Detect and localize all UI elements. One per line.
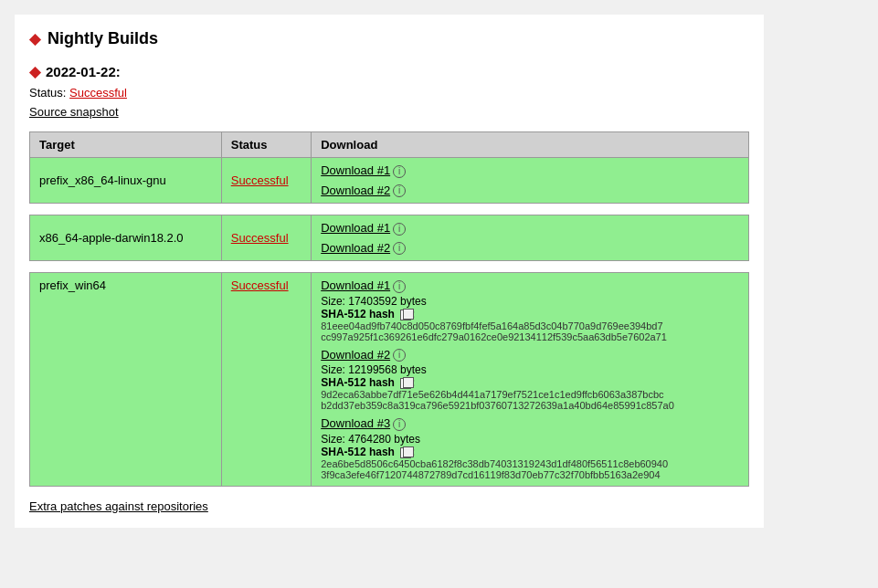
info-icon[interactable]: i <box>393 418 406 431</box>
download-item: Download #3iSize: 4764280 bytesSHA-512 h… <box>321 416 739 480</box>
cell-download: Download #1iDownload #2i <box>312 158 749 204</box>
table-header-row: Target Status Download <box>30 132 749 158</box>
col-header-download: Download <box>312 132 749 158</box>
status-label: Status: <box>29 86 66 100</box>
hash-value: 2ea6be5d8506c6450cba6182f8c38db740313192… <box>321 458 739 469</box>
hash-value: 81eee04ad9fb740c8d050c8769fbf4fef5a164a8… <box>321 320 739 331</box>
col-header-target: Target <box>30 132 222 158</box>
cell-status: Successful <box>221 215 312 261</box>
download-item: Download #2i <box>321 241 739 256</box>
status-badge[interactable]: Successful <box>231 231 289 245</box>
extra-patches-link[interactable]: Extra patches against repositories <box>29 499 208 513</box>
download-link[interactable]: Download #2 <box>321 184 390 197</box>
status-badge[interactable]: Successful <box>231 173 289 187</box>
info-icon[interactable]: i <box>393 242 406 255</box>
hash-label: SHA-512 hash : <box>321 308 739 320</box>
info-icon[interactable]: i <box>393 184 406 197</box>
download-link[interactable]: Download #1 <box>321 221 390 235</box>
hash-label: SHA-512 hash : <box>321 446 739 458</box>
title-text: Nightly Builds <box>48 29 158 48</box>
build-diamond-icon: ◆ <box>29 63 40 80</box>
download-link[interactable]: Download #2 <box>321 241 390 255</box>
table-row: x86_64-apple-darwin18.2.0SuccessfulDownl… <box>30 215 749 261</box>
col-header-status: Status <box>221 132 312 158</box>
cell-status: Successful <box>221 273 312 487</box>
copy-icon[interactable] <box>400 447 411 458</box>
download-link[interactable]: Download #1 <box>321 278 390 292</box>
size-text: Size: 17403592 bytes <box>321 295 739 308</box>
builds-table: Target Status Download prefix_x86_64-lin… <box>29 131 749 487</box>
info-icon[interactable]: i <box>393 223 406 236</box>
build-date-text: 2022-01-22: <box>46 64 121 79</box>
cell-download: Download #1iSize: 17403592 bytesSHA-512 … <box>312 273 749 487</box>
copy-icon[interactable] <box>400 310 411 320</box>
size-text: Size: 12199568 bytes <box>321 363 739 376</box>
download-link[interactable]: Download #2 <box>321 348 390 362</box>
download-link[interactable]: Download #3 <box>321 416 390 430</box>
cell-target: prefix_x86_64-linux-gnu <box>30 158 222 204</box>
info-icon[interactable]: i <box>393 165 406 178</box>
download-item: Download #1i <box>321 221 739 236</box>
download-item: Download #2iSize: 12199568 bytesSHA-512 … <box>321 348 739 412</box>
build-date: ◆ 2022-01-22: <box>29 63 749 80</box>
page-title: ◆ Nightly Builds <box>29 29 749 48</box>
cell-status: Successful <box>221 158 312 204</box>
download-link[interactable]: Download #1 <box>321 163 390 177</box>
size-text: Size: 4764280 bytes <box>321 433 739 446</box>
page-container: ◆ Nightly Builds ◆ 2022-01-22: Status: S… <box>15 15 764 528</box>
cell-target: x86_64-apple-darwin18.2.0 <box>30 215 222 261</box>
download-item: Download #1i <box>321 163 739 178</box>
diamond-icon: ◆ <box>29 30 40 47</box>
hash-value-2: 3f9ca3efe46f7120744872789d7cd16119f83d70… <box>321 469 739 480</box>
info-icon[interactable]: i <box>393 349 406 362</box>
status-badge[interactable]: Successful <box>231 278 289 292</box>
info-icon[interactable]: i <box>393 280 406 293</box>
table-row: prefix_win64SuccessfulDownload #1iSize: … <box>30 273 749 487</box>
hash-value: 9d2eca63abbe7df71e5e626b4d441a7179ef7521… <box>321 389 739 400</box>
hash-value-2: cc997a925f1c369261e6dfc279a0162ce0e92134… <box>321 331 739 342</box>
cell-target: prefix_win64 <box>30 273 222 487</box>
table-row: prefix_x86_64-linux-gnuSuccessfulDownloa… <box>30 158 749 204</box>
hash-value-2: b2dd37eb359c8a319ca796e5921bf03760713272… <box>321 400 739 411</box>
hash-label: SHA-512 hash : <box>321 376 739 389</box>
source-snapshot-link[interactable]: Source snapshot <box>29 105 119 119</box>
copy-icon[interactable] <box>400 378 411 389</box>
cell-download: Download #1iDownload #2i <box>312 215 749 261</box>
status-line: Status: Successful <box>29 86 749 100</box>
download-item: Download #2i <box>321 184 739 198</box>
download-item: Download #1iSize: 17403592 bytesSHA-512 … <box>321 278 739 342</box>
status-value[interactable]: Successful <box>69 86 127 100</box>
